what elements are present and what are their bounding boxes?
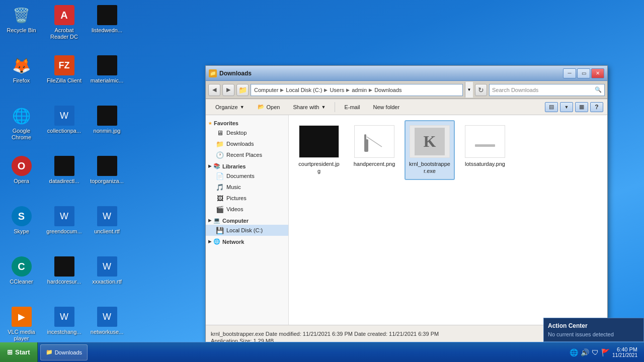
desktop-icon-acrobat[interactable]: A Acrobat Reader DC bbox=[45, 3, 83, 50]
krnl-filename: krnl_bootstrapper.exe bbox=[408, 160, 451, 175]
status-filename: krnl_bootstrapper.exe bbox=[211, 331, 264, 337]
desktop-icon-greendocum[interactable]: W greendocum... bbox=[45, 204, 83, 251]
desktop-icon-ccleaner[interactable]: C CCleaner bbox=[3, 254, 40, 302]
nav-item-documents[interactable]: 📄 Documents bbox=[206, 170, 288, 182]
datadirectl-label: datadirectl... bbox=[49, 178, 79, 185]
desktop-icon-skype[interactable]: S Skype bbox=[3, 204, 40, 251]
nav-item-videos[interactable]: 🎬 Videos bbox=[206, 204, 288, 215]
greendocum-label: greendocum... bbox=[46, 228, 82, 235]
file-item-courtpresident[interactable]: courtpresident.jpg bbox=[294, 120, 344, 180]
toporganiza-icon bbox=[97, 156, 117, 176]
file-item-krnl[interactable]: K krnl_bootstrapper.exe bbox=[405, 120, 455, 180]
network-nav-icon: 🌐 bbox=[213, 238, 220, 245]
desktop-icon-hardcoresur[interactable]: hardcoresur... bbox=[45, 254, 83, 302]
address-path[interactable]: Computer ▶ Local Disk (C:) ▶ Users ▶ adm… bbox=[251, 84, 463, 96]
desktop-icon-filezilla[interactable]: FZ FileZilla Client bbox=[45, 53, 83, 101]
open-icon: 📂 bbox=[258, 104, 265, 110]
path-segment-users[interactable]: Users bbox=[330, 87, 344, 93]
nonmin-label: nonmin.jpg bbox=[94, 128, 121, 134]
folder-up-button[interactable]: 📁 bbox=[236, 84, 249, 96]
close-button[interactable]: ✕ bbox=[591, 68, 604, 78]
organize-button[interactable]: Organize ▼ bbox=[210, 101, 250, 114]
nav-item-downloads[interactable]: 📁 Downloads bbox=[206, 138, 288, 149]
svg-rect-0 bbox=[364, 139, 368, 152]
back-button[interactable]: ◀ bbox=[208, 84, 220, 96]
taskbar: ⊞ Start 📁 Downloads 🌐 🔊 🛡 🚩 6:40 PM 11/2… bbox=[0, 342, 644, 362]
help-button[interactable]: ? bbox=[590, 102, 603, 112]
tray-icon-volume[interactable]: 🔊 bbox=[581, 348, 589, 356]
recycle-bin-icon: 🗑️ bbox=[12, 5, 32, 25]
search-box[interactable]: Search Downloads 🔍 bbox=[489, 84, 605, 96]
file-item-lotssaturday[interactable]: lotssaturday.png bbox=[460, 120, 510, 180]
libraries-nav-icon: 📚 bbox=[213, 163, 220, 169]
file-item-handpercent[interactable]: handpercent.png bbox=[349, 120, 399, 180]
nav-item-recent-places[interactable]: 🕐 Recent Places bbox=[206, 149, 288, 160]
desktop-icon-collectionpa[interactable]: W collectionpa... bbox=[45, 103, 83, 151]
search-icon: 🔍 bbox=[595, 86, 602, 93]
desktop-icon-xxxaction[interactable]: W xxxaction.rtf bbox=[88, 254, 126, 302]
new-folder-button[interactable]: New folder bbox=[368, 101, 406, 114]
taskbar-tray: 🌐 🔊 🛡 🚩 6:40 PM 11/21/2021 bbox=[566, 346, 644, 358]
tray-icon-flag[interactable]: 🚩 bbox=[601, 348, 610, 356]
ccleaner-label: CCleaner bbox=[10, 279, 33, 285]
view-details-button[interactable]: ▦ bbox=[575, 102, 588, 112]
window-title-icon: 📁 bbox=[209, 69, 217, 77]
desktop-icon-recycle-bin[interactable]: 🗑️ Recycle Bin bbox=[3, 3, 40, 50]
status-date-modified-label: Date modified: bbox=[266, 331, 303, 337]
path-dropdown-button[interactable]: ▼ bbox=[465, 82, 473, 98]
favorites-section[interactable]: ★ Favorites bbox=[206, 118, 288, 127]
taskbar-items: 📁 Downloads bbox=[38, 344, 566, 360]
nav-item-local-disk[interactable]: 💾 Local Disk (C:) bbox=[206, 225, 288, 236]
desktop-icon-firefox[interactable]: 🦊 Firefox bbox=[3, 53, 40, 101]
tray-icon-shield[interactable]: 🛡 bbox=[592, 348, 599, 356]
desktop-icon-listedwedn[interactable]: listedwedn... bbox=[88, 3, 126, 50]
email-button[interactable]: E-mail bbox=[339, 101, 365, 114]
start-button[interactable]: ⊞ Start bbox=[0, 342, 38, 363]
nav-item-pictures[interactable]: 🖼 Pictures bbox=[206, 193, 288, 204]
path-arrow-4: ▶ bbox=[369, 87, 372, 93]
desktop-icon-toporganiza[interactable]: toporganiza... bbox=[88, 153, 126, 201]
window-controls: ─ ▭ ✕ bbox=[563, 68, 604, 78]
toolbar-separator-1 bbox=[335, 102, 335, 112]
nav-item-music[interactable]: 🎵 Music bbox=[206, 182, 288, 193]
materialmic-icon bbox=[97, 55, 117, 75]
network-section[interactable]: ▶ 🌐 Network bbox=[206, 236, 288, 246]
tray-icon-network[interactable]: 🌐 bbox=[570, 348, 578, 356]
desktop: 🗑️ Recycle Bin A Acrobat Reader DC liste… bbox=[0, 0, 644, 362]
desktop-icon-opera[interactable]: O Opera bbox=[3, 153, 40, 201]
refresh-button[interactable]: ↻ bbox=[475, 84, 487, 96]
taskbar-item-explorer[interactable]: 📁 Downloads bbox=[40, 344, 88, 360]
restore-button[interactable]: ▭ bbox=[577, 68, 590, 78]
taskbar-clock[interactable]: 6:40 PM 11/21/2021 bbox=[612, 346, 640, 358]
desktop-icon-datadirectl[interactable]: datadirectl... bbox=[45, 153, 83, 201]
desktop-icon-unclient[interactable]: W unclient.rtf bbox=[88, 204, 126, 251]
ccleaner-icon: C bbox=[12, 256, 32, 277]
computer-section[interactable]: ▶ 💻 Computer bbox=[206, 215, 288, 225]
lotssaturday-preview bbox=[472, 129, 498, 154]
desktop-icon-nonmin[interactable]: nonmin.jpg bbox=[88, 103, 126, 151]
minimize-button[interactable]: ─ bbox=[563, 68, 576, 78]
view-dropdown-button[interactable]: ▼ bbox=[560, 102, 573, 112]
handpercent-filename: handpercent.png bbox=[354, 160, 395, 167]
path-segment-localdisk[interactable]: Local Disk (C:) bbox=[286, 87, 322, 93]
start-label: Start bbox=[15, 348, 30, 356]
path-segment-computer[interactable]: Computer bbox=[254, 87, 278, 93]
share-with-button[interactable]: Share with ▼ bbox=[287, 101, 331, 114]
path-segment-downloads[interactable]: Downloads bbox=[374, 87, 401, 93]
libraries-section[interactable]: ▶ 📚 Libraries bbox=[206, 160, 288, 170]
desktop-icon-chrome[interactable]: 🌐 Google Chrome bbox=[3, 103, 40, 151]
desktop-icon-materialmic[interactable]: materialmic... bbox=[88, 53, 126, 101]
path-segment-admin[interactable]: admin bbox=[352, 87, 367, 93]
lotssaturday-filename: lotssaturday.png bbox=[465, 160, 505, 167]
courtpresident-filename: courtpresident.jpg bbox=[297, 160, 341, 175]
status-date-created: 11/21/2021 6:39 PM bbox=[389, 331, 439, 337]
vlc-label: VLC media player bbox=[3, 329, 40, 342]
forward-button[interactable]: ▶ bbox=[222, 84, 234, 96]
filezilla-icon: FZ bbox=[54, 55, 74, 75]
action-center-title: Action Center bbox=[548, 322, 639, 329]
open-button[interactable]: 📂 Open bbox=[252, 101, 286, 114]
new-folder-label: New folder bbox=[373, 104, 400, 110]
nav-item-desktop[interactable]: 🖥 Desktop bbox=[206, 127, 288, 138]
view-small-icon-button[interactable]: ▤ bbox=[545, 102, 558, 112]
vlc-icon: ▶ bbox=[12, 307, 32, 327]
